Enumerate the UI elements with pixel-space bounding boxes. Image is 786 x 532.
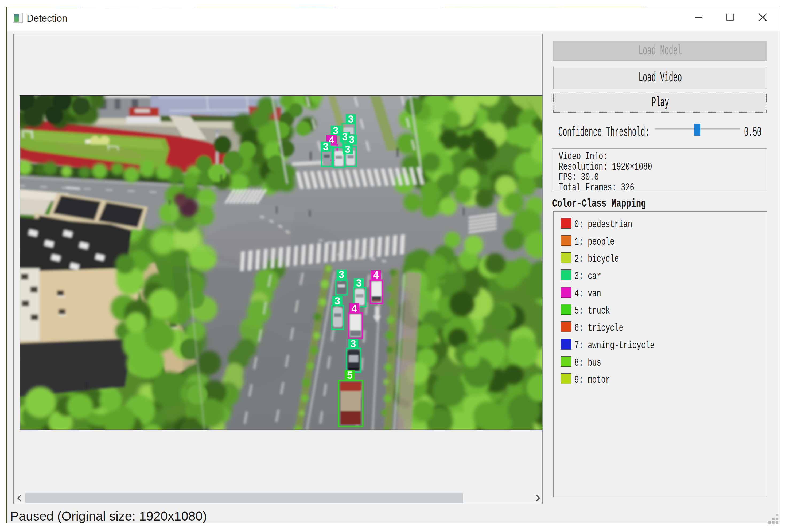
svg-text:3: 3 [339,269,344,280]
svg-text:3: 3 [345,144,350,155]
svg-text:3: 3 [350,338,356,349]
svg-text:3: 3 [349,134,354,145]
svg-text:3: 3 [334,295,340,307]
svg-text:3: 3 [356,277,362,289]
svg-text:4: 4 [373,269,378,281]
svg-text:3: 3 [348,114,353,125]
svg-text:4: 4 [351,303,357,314]
svg-text:3: 3 [323,141,328,152]
svg-text:5: 5 [347,370,352,381]
